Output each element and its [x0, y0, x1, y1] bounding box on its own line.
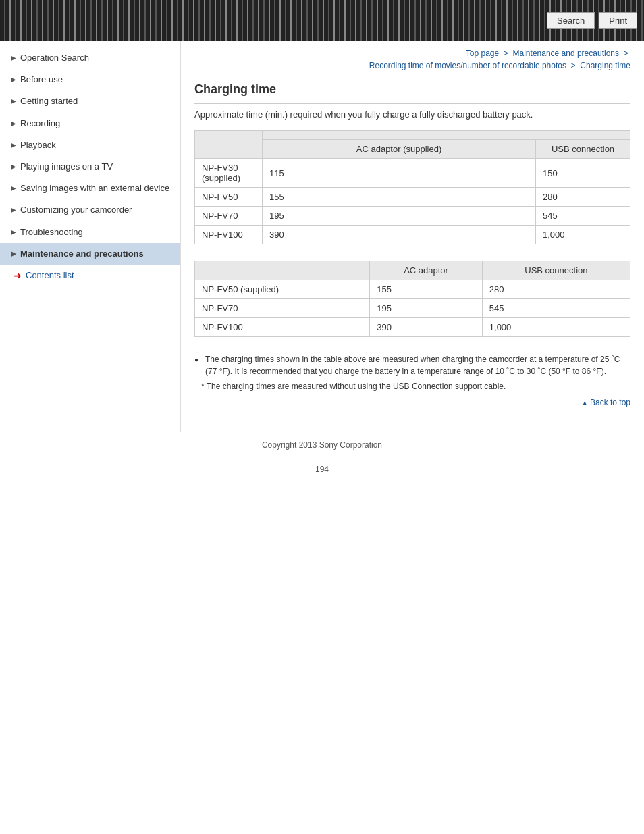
sidebar-item-getting-started[interactable]: ▶ Getting started — [0, 90, 180, 112]
th-battery-1 — [195, 131, 263, 159]
th-usb-2: USB connection — [482, 261, 630, 280]
th-usb-1: USB connection — [536, 140, 630, 159]
sidebar-item-label: Saving images with an external device — [20, 182, 169, 194]
cell-battery: NP-FV50 (supplied) — [195, 280, 370, 299]
arrow-icon: ▶ — [11, 97, 16, 106]
notes-section: The charging times shown in the table ab… — [194, 353, 630, 391]
sidebar-item-label: Maintenance and precautions — [20, 248, 144, 260]
sidebar-item-recording[interactable]: ▶ Recording — [0, 113, 180, 134]
table-row: NP-FV70195545 — [195, 207, 630, 226]
footer: Copyright 2013 Sony Corporation — [0, 432, 644, 458]
cell-battery: NP-FV70 — [195, 299, 370, 318]
sidebar-item-operation-search[interactable]: ▶ Operation Search — [0, 47, 180, 69]
arrow-icon: ▶ — [11, 205, 16, 215]
th-ac-adaptor-1: AC adaptor (supplied) — [263, 140, 536, 159]
cell-usb: 545 — [536, 207, 630, 226]
sidebar-item-before-use[interactable]: ▶ Before use — [0, 69, 180, 90]
breadcrumb-recording-time[interactable]: Recording time of movies/number of recor… — [369, 61, 566, 70]
sidebar-item-playing-images[interactable]: ▶ Playing images on a TV — [0, 156, 180, 178]
table-row: NP-FV1003901,000 — [195, 318, 630, 337]
breadcrumb: Top page > Maintenance and precautions >… — [194, 47, 630, 72]
note-asterisk: * The charging times are measured withou… — [194, 382, 630, 391]
copyright-text: Copyright 2013 Sony Corporation — [262, 440, 382, 450]
th-main-header-1 — [263, 131, 630, 140]
back-to-top[interactable]: Back to top — [194, 398, 630, 407]
arrow-icon: ▶ — [11, 75, 16, 84]
sidebar-item-label: Troubleshooting — [20, 226, 83, 238]
cell-usb: 1,000 — [536, 226, 630, 244]
table-row: NP-FV50155280 — [195, 188, 630, 207]
arrow-right-icon: ➜ — [14, 270, 22, 281]
th-battery-2 — [195, 261, 370, 280]
cell-ac: 155 — [263, 188, 536, 207]
header-stripe: Search Print — [0, 0, 644, 41]
cell-ac: 195 — [263, 207, 536, 226]
sidebar-item-label: Operation Search — [20, 52, 89, 64]
print-button[interactable]: Print — [599, 12, 637, 29]
sidebar-item-troubleshooting[interactable]: ▶ Troubleshooting — [0, 221, 180, 243]
contents-list-link[interactable]: ➜ Contents list — [0, 265, 180, 286]
cell-battery: NP-FV100 — [195, 318, 370, 337]
cell-usb: 280 — [536, 188, 630, 207]
arrow-icon: ▶ — [11, 53, 16, 63]
arrow-icon: ▶ — [11, 119, 16, 128]
page-title: Charging time — [194, 82, 630, 104]
table-row: NP-FV50 (supplied)155280 — [195, 280, 630, 299]
sidebar-item-label: Playing images on a TV — [20, 161, 113, 173]
content-area: Top page > Maintenance and precautions >… — [181, 41, 644, 432]
breadcrumb-current: Charging time — [580, 61, 630, 70]
cell-ac: 390 — [370, 318, 482, 337]
back-to-top-link[interactable]: Back to top — [581, 398, 630, 407]
cell-usb: 545 — [482, 299, 630, 318]
page-number: 194 — [0, 458, 644, 481]
sidebar: ▶ Operation Search ▶ Before use ▶ Gettin… — [0, 41, 181, 432]
sidebar-item-label: Recording — [20, 118, 60, 130]
charging-table-2: AC adaptor USB connection NP-FV50 (suppl… — [194, 261, 630, 337]
table-row: NP-FV70195545 — [195, 299, 630, 318]
arrow-icon: ▶ — [11, 228, 16, 237]
sidebar-item-label: Before use — [20, 74, 63, 86]
charging-table-1: AC adaptor (supplied) USB connection NP-… — [194, 130, 630, 244]
table-row: NP-FV1003901,000 — [195, 226, 630, 244]
arrow-icon: ▶ — [11, 184, 16, 193]
note-bullet: The charging times shown in the table ab… — [194, 353, 630, 377]
th-ac-2: AC adaptor — [370, 261, 482, 280]
cell-usb: 150 — [536, 159, 630, 188]
contents-list-label: Contents list — [26, 270, 74, 280]
breadcrumb-top[interactable]: Top page — [466, 49, 499, 58]
table-row: NP-FV30 (supplied)115150 — [195, 159, 630, 188]
sidebar-item-playback[interactable]: ▶ Playback — [0, 134, 180, 156]
cell-ac: 390 — [263, 226, 536, 244]
cell-ac: 195 — [370, 299, 482, 318]
cell-battery: NP-FV70 — [195, 207, 263, 226]
sidebar-item-maintenance[interactable]: ▶ Maintenance and precautions — [0, 243, 180, 265]
description-text: Approximate time (min.) required when yo… — [194, 109, 630, 120]
main-layout: ▶ Operation Search ▶ Before use ▶ Gettin… — [0, 41, 644, 432]
arrow-icon: ▶ — [11, 249, 16, 259]
cell-ac: 155 — [370, 280, 482, 299]
sidebar-item-saving-images[interactable]: ▶ Saving images with an external device — [0, 178, 180, 199]
cell-ac: 115 — [263, 159, 536, 188]
cell-battery: NP-FV30 (supplied) — [195, 159, 263, 188]
arrow-icon: ▶ — [11, 140, 16, 150]
cell-battery: NP-FV50 — [195, 188, 263, 207]
cell-battery: NP-FV100 — [195, 226, 263, 244]
sidebar-item-label: Customizing your camcorder — [20, 204, 132, 216]
search-button[interactable]: Search — [547, 12, 595, 29]
cell-usb: 280 — [482, 280, 630, 299]
sidebar-item-label: Getting started — [20, 95, 78, 107]
sidebar-item-label: Playback — [20, 139, 56, 151]
arrow-icon: ▶ — [11, 162, 16, 172]
breadcrumb-maintenance[interactable]: Maintenance and precautions — [513, 49, 619, 58]
cell-usb: 1,000 — [482, 318, 630, 337]
sidebar-item-customizing[interactable]: ▶ Customizing your camcorder — [0, 199, 180, 221]
